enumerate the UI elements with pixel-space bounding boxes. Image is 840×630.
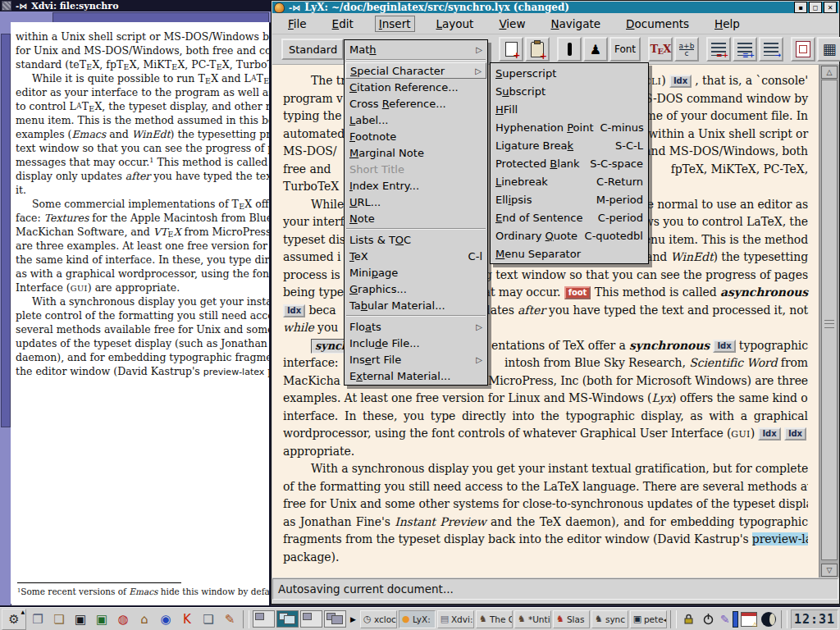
- documents-icon[interactable]: ❏: [199, 609, 218, 629]
- logout-power-icon[interactable]: [700, 610, 718, 628]
- index-inset-button[interactable]: Idx: [713, 340, 735, 353]
- pager-desktop-2[interactable]: [276, 610, 299, 628]
- organizer-calendar-icon[interactable]: [740, 610, 758, 628]
- menu-item-hfill[interactable]: HFill: [491, 100, 647, 118]
- pager-desktop-3[interactable]: [300, 610, 322, 628]
- menu-item-insert-file[interactable]: Insert File▷: [345, 351, 486, 368]
- menu-item-tex[interactable]: TeXC-l: [345, 248, 486, 264]
- footnote-inset-button[interactable]: foot: [564, 286, 591, 299]
- tasklist-arrow-icon[interactable]: ▶: [350, 615, 356, 623]
- menu-item-index-entry[interactable]: Index Entry...: [345, 177, 486, 194]
- menu-item-tabular-material[interactable]: Tabular Material...: [345, 297, 486, 313]
- menu-item-end-of-sentence[interactable]: End of SentenceC-period: [491, 208, 647, 226]
- task-button-sync[interactable]: ♞sync: [591, 610, 628, 628]
- pager-desktop-4[interactable]: [324, 610, 346, 628]
- task-button-lyx[interactable]: ●LyX:: [399, 610, 436, 628]
- task-button-xdvi[interactable]: ▤Xdvi:: [437, 610, 474, 628]
- editor-pen-icon[interactable]: ✎: [220, 609, 240, 629]
- indent-icon[interactable]: [759, 37, 783, 62]
- lock-screen-icon[interactable]: [680, 610, 698, 628]
- paste-icon[interactable]: [525, 37, 550, 62]
- lyx-scrollbar[interactable]: △ ▽: [819, 65, 839, 578]
- menu-item-ligature-break[interactable]: Ligature BreakS-C-L: [491, 136, 647, 154]
- xdvi-horizontal-scrollbar[interactable]: [0, 11, 271, 23]
- menu-item-math[interactable]: Math▷: [345, 41, 486, 57]
- menubar-item-edit[interactable]: Edit: [328, 16, 358, 32]
- noun-icon[interactable]: ♟: [583, 37, 608, 62]
- menubar-item-navigate[interactable]: Navigate: [546, 16, 605, 32]
- menu-item-protected-blank[interactable]: Protected BlankS-C-space: [491, 154, 647, 172]
- menu-item-subscript[interactable]: Subscript: [491, 82, 647, 100]
- xdvi-vertical-scrollbar[interactable]: [0, 22, 11, 605]
- window-pin-icon[interactable]: -⋈: [289, 3, 300, 12]
- window-pin-icon[interactable]: -⋈: [16, 2, 27, 11]
- depth-plus-icon[interactable]: [706, 37, 731, 62]
- insert-figure-icon[interactable]: [791, 37, 815, 62]
- moon-phase-icon[interactable]: [760, 610, 778, 628]
- pager-desktop-1[interactable]: [253, 610, 275, 628]
- emphasis-icon[interactable]: [557, 37, 582, 62]
- menu-item-short-title[interactable]: Short Title: [345, 161, 486, 177]
- menu-item-special-character[interactable]: Special Character▷: [345, 62, 486, 79]
- layout-combo[interactable]: Standard: [281, 39, 344, 60]
- layout-paragraph-icon[interactable]: [733, 37, 757, 62]
- menu-item-external-material[interactable]: External Material...: [345, 368, 486, 384]
- index-inset-button[interactable]: Idx: [784, 427, 806, 441]
- maximize-button[interactable]: ◻: [809, 2, 822, 13]
- close-button[interactable]: ✕: [824, 2, 837, 13]
- klipper-pen-icon[interactable]: ✎: [719, 610, 731, 628]
- math-mode-button[interactable]: a+bc: [674, 37, 699, 62]
- menu-item-superscript[interactable]: Superscript: [491, 64, 647, 82]
- menu-item-marginal-note[interactable]: Marginal Note: [345, 144, 486, 161]
- menu-item-url[interactable]: URL...: [345, 194, 486, 210]
- menu-item-include-file[interactable]: Include File...: [345, 335, 486, 351]
- task-button-pete[interactable]: ▣pete◀: [630, 610, 667, 628]
- menu-item-ellipsis[interactable]: EllipsisM-period: [491, 190, 647, 208]
- files-icon[interactable]: ❐: [28, 609, 48, 629]
- kcontrol-icon[interactable]: K: [177, 609, 197, 629]
- menubar-item-insert[interactable]: Insert: [375, 16, 415, 32]
- xdvi-vscroll-thumb[interactable]: [1, 34, 11, 427]
- menu-item-linebreak[interactable]: LinebreakC-Return: [491, 172, 647, 190]
- menu-item-menu-separator[interactable]: Menu Separator: [491, 244, 647, 262]
- index-inset-button[interactable]: Idx: [283, 304, 305, 317]
- task-button-unti[interactable]: ♞*Unti: [514, 610, 551, 628]
- console-icon[interactable]: ▣: [71, 609, 90, 629]
- tex-mode-button[interactable]: TEX: [648, 37, 673, 62]
- copy-icon[interactable]: [499, 37, 523, 62]
- menu-item-lists-toc[interactable]: Lists & TOC: [345, 231, 486, 248]
- menu-item-ordinary-quote[interactable]: Ordinary QuoteC-quotedbl: [491, 226, 647, 244]
- terminal-icon[interactable]: ▣: [92, 609, 112, 629]
- index-inset-button[interactable]: Idx: [758, 427, 780, 441]
- menu-item-graphics[interactable]: Graphics...: [345, 281, 486, 297]
- lyx-titlebar[interactable]: -⋈ LyX: ~/doc/beginlatex/src/synchro.lyx…: [272, 2, 838, 13]
- notes-icon[interactable]: ❏: [49, 609, 69, 629]
- help-lifebuoy-icon[interactable]: ◍: [113, 609, 133, 629]
- menu-item-note[interactable]: Note: [345, 210, 486, 226]
- task-button-slas[interactable]: ♞Slas: [553, 610, 590, 628]
- menubar-item-view[interactable]: View: [495, 16, 529, 32]
- index-inset-button[interactable]: Idx: [669, 75, 692, 88]
- task-button-theg[interactable]: ♞The G: [476, 610, 513, 628]
- scroll-down-icon[interactable]: ▽: [821, 564, 838, 577]
- scroll-up-icon[interactable]: △: [821, 66, 838, 79]
- menu-item-cross-reference[interactable]: Cross Reference...: [345, 95, 486, 112]
- kmenu-button[interactable]: ⚙: [2, 609, 26, 630]
- menu-item-citation-reference[interactable]: Citation Reference...: [345, 79, 486, 95]
- menubar-item-help[interactable]: Help: [710, 16, 744, 32]
- menubar-item-file[interactable]: File: [284, 16, 311, 32]
- lyx-scroll-thumb[interactable]: [821, 80, 838, 560]
- menu-item-hyphenation-point[interactable]: Hyphenation PointC-minus: [491, 118, 647, 136]
- globe-icon[interactable]: ◉: [156, 609, 176, 629]
- menu-item-floats[interactable]: Floats▷: [345, 318, 486, 335]
- xdvi-titlebar[interactable]: -⋈ Xdvi: file:synchro: [0, 0, 269, 11]
- menubar-item-documents[interactable]: Documents: [622, 16, 693, 32]
- insert-table-icon[interactable]: ▦: [817, 37, 840, 62]
- minimize-button[interactable]: ▪: [794, 2, 807, 13]
- menu-item-footnote[interactable]: Footnote: [345, 128, 486, 144]
- menu-item-label[interactable]: Label...: [345, 112, 486, 128]
- menubar-item-layout[interactable]: Layout: [432, 16, 478, 32]
- menu-item-minipage[interactable]: Minipage: [345, 264, 486, 281]
- home-icon[interactable]: ⌂: [135, 609, 154, 629]
- font-button[interactable]: Font: [609, 37, 641, 62]
